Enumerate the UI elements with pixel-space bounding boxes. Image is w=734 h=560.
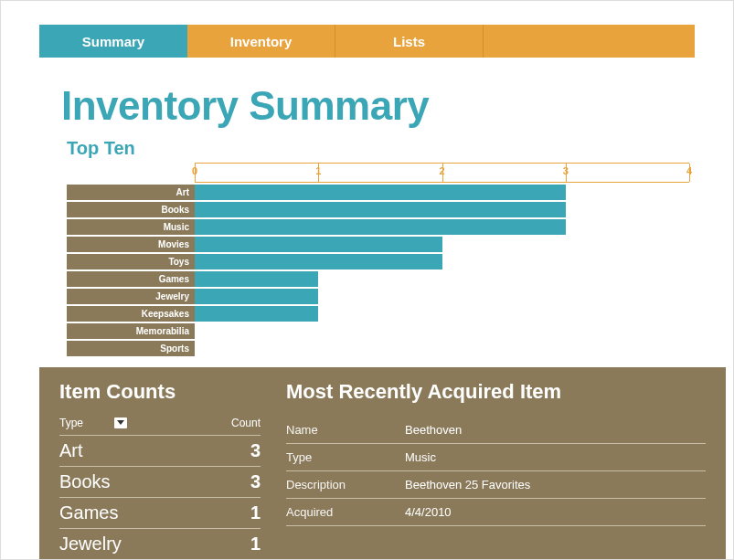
chart-bar-row: Games: [67, 271, 689, 287]
chart-bar-track: [195, 306, 689, 322]
chart-bar-fill: [195, 254, 442, 269]
detail-value: Beethoven: [405, 423, 706, 437]
tab-lists[interactable]: Lists: [335, 25, 484, 58]
table-row: Books3: [59, 467, 261, 498]
chart-bar-label: Keepsakes: [67, 306, 195, 322]
chart-bar-row: Toys: [67, 254, 689, 269]
chart-bar-track: [195, 271, 689, 287]
recent-item-section: Most Recently Acquired Item NameBeethove…: [286, 380, 706, 560]
chart-bar-fill: [195, 306, 318, 322]
detail-key: Type: [286, 450, 405, 464]
chart-bar-label: Memorabilia: [67, 323, 195, 339]
chart-bar-row: Movies: [67, 237, 689, 252]
detail-key: Acquired: [286, 505, 405, 519]
tab-bar: Summary Inventory Lists: [39, 25, 695, 58]
chart-title: Top Ten: [67, 138, 733, 159]
chart-bar-fill: [195, 289, 318, 304]
chart-bar-track: [195, 289, 689, 304]
detail-value: Beethoven 25 Favorites: [405, 478, 706, 491]
chart-bar-fill: [195, 237, 442, 252]
chart-bar-track: [195, 341, 689, 356]
chart-bar-track: [195, 237, 689, 252]
item-counts-section: Item Counts Type Count Art3Books3Games1J…: [59, 380, 261, 560]
detail-key: Description: [286, 478, 405, 491]
detail-value: 4/4/2010: [405, 505, 706, 519]
chart-bar-label: Games: [67, 271, 195, 287]
item-counts-title: Item Counts: [59, 380, 261, 404]
chart-bar-track: [195, 185, 689, 200]
chart-bar-label: Art: [67, 185, 195, 200]
chart-bar-fill: [195, 271, 318, 287]
chart-bar-row: Books: [67, 202, 689, 217]
filter-dropdown-icon[interactable]: [114, 417, 127, 428]
chart-bar-track: [195, 323, 689, 339]
page-title: Inventory Summary: [61, 83, 733, 129]
count-type: Art: [59, 440, 224, 461]
chart-bar-fill: [195, 202, 566, 217]
detail-key: Name: [286, 423, 405, 437]
count-value: 3: [224, 440, 261, 461]
chart-bar-fill: [195, 185, 566, 200]
count-type: Jewelry: [59, 534, 224, 555]
tab-summary[interactable]: Summary: [39, 25, 187, 58]
chart-bar-row: Art: [67, 185, 689, 200]
detail-row: TypeMusic: [286, 444, 706, 471]
top-ten-chart: 01234 ArtBooksMusicMoviesToysGamesJewelr…: [67, 163, 689, 356]
tab-inventory[interactable]: Inventory: [187, 25, 335, 58]
chart-bars: ArtBooksMusicMoviesToysGamesJewelryKeeps…: [67, 185, 689, 356]
chart-bar-label: Books: [67, 202, 195, 217]
chart-bar-label: Toys: [67, 254, 195, 269]
table-row: Art3: [59, 436, 261, 467]
chart-tick-label: 4: [686, 165, 692, 176]
chart-bar-row: Jewelry: [67, 289, 689, 304]
detail-value: Music: [405, 450, 706, 464]
detail-row: NameBeethoven: [286, 417, 706, 444]
chart-tick-label: 1: [315, 165, 321, 176]
table-row: Jewelry1: [59, 529, 261, 560]
detail-row: DescriptionBeethoven 25 Favorites: [286, 471, 706, 499]
chart-bar-track: [195, 219, 689, 235]
chart-axis: 01234: [195, 163, 689, 183]
count-type: Books: [59, 471, 224, 492]
count-value: 1: [224, 534, 261, 555]
chart-bar-row: Music: [67, 219, 689, 235]
chart-bar-label: Jewelry: [67, 289, 195, 304]
summary-panel: Item Counts Type Count Art3Books3Games1J…: [39, 367, 726, 559]
chart-bar-row: Sports: [67, 341, 689, 356]
tab-spacer: [484, 25, 695, 58]
count-value: 1: [224, 502, 261, 523]
counts-header: Type Count: [59, 417, 261, 436]
chart-bar-label: Sports: [67, 341, 195, 356]
chart-bar-row: Keepsakes: [67, 306, 689, 322]
chart-bar-row: Memorabilia: [67, 323, 689, 339]
detail-row: Acquired4/4/2010: [286, 499, 706, 526]
counts-col-type: Type: [59, 417, 83, 429]
chart-tick-label: 3: [563, 165, 569, 176]
count-type: Games: [59, 502, 224, 523]
inventory-summary-page: Summary Inventory Lists Inventory Summar…: [0, 0, 734, 560]
chart-tick-label: 2: [439, 165, 444, 176]
chart-bar-track: [195, 202, 689, 217]
count-value: 3: [224, 471, 261, 492]
recent-item-title: Most Recently Acquired Item: [286, 380, 706, 404]
table-row: Games1: [59, 498, 261, 529]
chart-bar-label: Movies: [67, 237, 195, 252]
counts-col-count: Count: [224, 417, 261, 429]
chart-bar-track: [195, 254, 689, 269]
chart-bar-fill: [195, 219, 566, 235]
chart-bar-label: Music: [67, 219, 195, 235]
chart-tick-label: 0: [192, 165, 197, 176]
